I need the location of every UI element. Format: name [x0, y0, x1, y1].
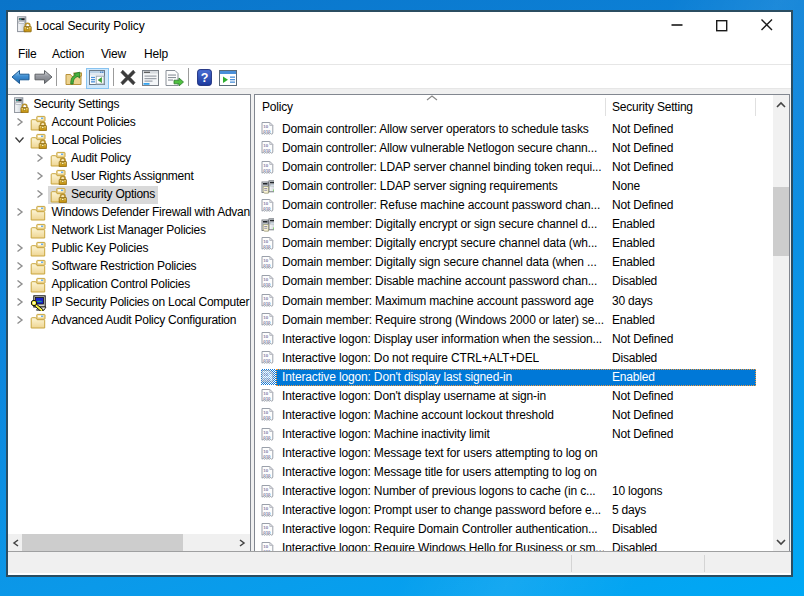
svg-text:?: ? — [201, 71, 209, 85]
